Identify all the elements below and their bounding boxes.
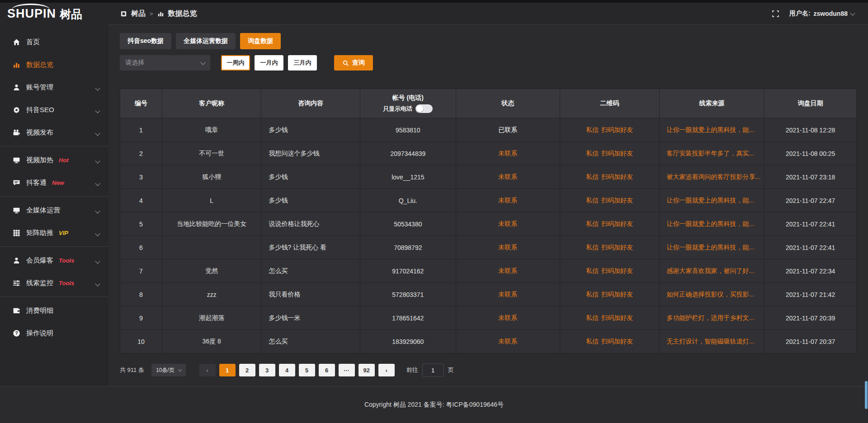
range-button-2[interactable]: 三月内 xyxy=(288,55,317,70)
cell-source: 感谢大家喜欢我家，被问了好... xyxy=(660,259,764,282)
footer: Copyright 树品 2021 备案号: 粤ICP备09019646号 xyxy=(0,386,868,423)
chevron-down-icon xyxy=(178,367,181,371)
page-button-1[interactable]: 1 xyxy=(219,364,236,376)
page-button-3[interactable]: 3 xyxy=(259,364,275,376)
user-menu[interactable]: 用户名: zswodun88 xyxy=(789,9,854,18)
phone-only-toggle[interactable] xyxy=(415,104,433,113)
page-size-select[interactable]: 10条/页 xyxy=(151,364,186,376)
column-header-date: 询盘日期 xyxy=(764,89,856,118)
sidebar-item-douyin-seo[interactable]: 抖音SEO xyxy=(0,99,108,121)
breadcrumb: 树品 > 数据总览 xyxy=(120,9,197,19)
source-link[interactable]: 无主灯设计，智能磁吸轨道灯... xyxy=(667,338,755,346)
page-button-92[interactable]: 92 xyxy=(359,364,375,376)
source-link[interactable]: 多功能护栏灯，适用于乡村文... xyxy=(667,314,755,322)
breadcrumb-root[interactable]: 树品 xyxy=(131,9,146,19)
sidebar-item-lead-monitor[interactable]: 线索监控Tools xyxy=(0,272,108,294)
sidebar-item-media-operation[interactable]: 全媒体运营 xyxy=(0,199,108,221)
chevron-down-icon xyxy=(200,60,205,65)
qr-private-msg-link[interactable]: 私信 xyxy=(586,338,599,346)
filter-row: 请选择 一周内一月内三月内 查询 xyxy=(120,55,857,70)
column-header-source: 线索来源 xyxy=(660,89,764,118)
cell-nickname: L xyxy=(162,189,261,212)
source-link[interactable]: 让你一眼就爱上的黑科技，能... xyxy=(667,126,755,134)
source-link[interactable]: 让你一眼就爱上的黑科技，能... xyxy=(667,197,755,205)
next-page-button[interactable]: › xyxy=(378,364,395,376)
topbar: SHUPIN 树品 树品 > 数据总览 用户名: zswodun88 xyxy=(0,3,868,24)
qr-private-msg-link[interactable]: 私信 xyxy=(586,244,599,252)
qr-scan-add-friend-link[interactable]: 扫码加好友 xyxy=(601,338,633,346)
scrollbar-thumb[interactable] xyxy=(865,381,868,409)
fullscreen-icon[interactable] xyxy=(772,10,779,18)
page-ellipsis[interactable]: ··· xyxy=(339,364,355,376)
sidebar-item-operation-guide[interactable]: ?操作说明 xyxy=(0,322,108,344)
qr-scan-add-friend-link[interactable]: 扫码加好友 xyxy=(601,291,633,299)
source-link[interactable]: 如何正确选择投影仪，买投影... xyxy=(667,291,755,299)
cell-account: love__1215 xyxy=(360,165,456,188)
sidebar-item-member-baoke[interactable]: 会员爆客Tools xyxy=(0,249,108,272)
range-button-0[interactable]: 一周内 xyxy=(221,55,250,70)
chevron-down-icon xyxy=(96,106,99,114)
tab-media-operation-data[interactable]: 全媒体运营数据 xyxy=(176,33,236,49)
tab-inquiry-data[interactable]: 询盘数据 xyxy=(240,33,281,49)
sidebar-item-data-overview[interactable]: 数据总览 xyxy=(0,53,108,76)
cell-content: 多少钱 xyxy=(261,189,360,212)
sidebar-item-video-publish[interactable]: 视频发布 xyxy=(0,121,108,144)
source-link[interactable]: 让你一眼就爱上的黑科技，能... xyxy=(667,244,755,252)
source-link[interactable]: 客厅安装投影半年多了，真实... xyxy=(667,150,755,158)
sidebar-badge: VIP xyxy=(59,230,68,236)
qr-scan-add-friend-link[interactable]: 扫码加好友 xyxy=(601,314,633,322)
cell-account: 9583810 xyxy=(360,118,456,141)
column-header-id: 编号 xyxy=(120,89,162,118)
cell-source: 让你一眼就爱上的黑科技，能... xyxy=(660,118,764,141)
chevron-down-icon xyxy=(96,229,99,237)
search-button[interactable]: 查询 xyxy=(334,55,373,70)
sidebar-item-account-management[interactable]: 账号管理 xyxy=(0,76,108,99)
qr-scan-add-friend-link[interactable]: 扫码加好友 xyxy=(601,244,633,252)
source-link[interactable]: 感谢大家喜欢我家，被问了好... xyxy=(667,267,755,275)
logo-arc xyxy=(12,4,50,9)
qr-scan-add-friend-link[interactable]: 扫码加好友 xyxy=(601,220,633,228)
account-select[interactable]: 请选择 xyxy=(120,55,210,70)
qr-private-msg-link[interactable]: 私信 xyxy=(586,220,599,228)
phone-only-row: 只显示电话 xyxy=(383,104,433,113)
page-button-5[interactable]: 5 xyxy=(299,364,315,376)
qr-scan-add-friend-link[interactable]: 扫码加好友 xyxy=(601,197,633,205)
range-button-1[interactable]: 一月内 xyxy=(255,55,283,70)
qr-private-msg-link[interactable]: 私信 xyxy=(586,197,599,205)
qr-private-msg-link[interactable]: 私信 xyxy=(586,126,599,134)
qr-private-msg-link[interactable]: 私信 xyxy=(586,173,599,181)
page-button-4[interactable]: 4 xyxy=(279,364,295,376)
sidebar-item-matrix-boost[interactable]: 矩阵助推VIP xyxy=(0,221,108,244)
bar-chart-icon xyxy=(157,10,164,17)
qr-scan-add-friend-link[interactable]: 扫码加好友 xyxy=(601,126,633,134)
page-button-2[interactable]: 2 xyxy=(239,364,255,376)
chart-icon xyxy=(13,61,20,69)
chevron-down-icon xyxy=(96,179,99,187)
logo[interactable]: SHUPIN 树品 xyxy=(0,8,108,20)
qr-private-msg-link[interactable]: 私信 xyxy=(586,267,599,275)
cell-source: 让你一眼就爱上的黑科技，能... xyxy=(660,236,764,259)
qr-private-msg-link[interactable]: 私信 xyxy=(586,150,599,158)
cell-date: 2021-11-07 20:39 xyxy=(764,306,856,329)
sidebar-item-douketong[interactable]: 抖客通New xyxy=(0,171,108,194)
cell-content: 多少钱 xyxy=(261,118,360,141)
qr-scan-add-friend-link[interactable]: 扫码加好友 xyxy=(601,150,633,158)
goto-page-input[interactable] xyxy=(422,363,444,377)
tab-douyin-seo-data[interactable]: 抖音seo数据 xyxy=(120,33,171,49)
qr-private-msg-link[interactable]: 私信 xyxy=(586,291,599,299)
qr-private-msg-link[interactable]: 私信 xyxy=(586,314,599,322)
page-button-6[interactable]: 6 xyxy=(319,364,335,376)
sidebar-item-consumption-detail[interactable]: 消费明细 xyxy=(0,299,108,322)
cell-account: 917024162 xyxy=(360,259,456,282)
sidebar-item-home[interactable]: 首页 xyxy=(0,31,108,53)
cell-content: 怎么买 xyxy=(261,330,360,353)
qr-scan-add-friend-link[interactable]: 扫码加好友 xyxy=(601,267,633,275)
prev-page-button[interactable]: ‹ xyxy=(199,364,216,376)
chevron-down-icon xyxy=(96,156,99,164)
qr-scan-add-friend-link[interactable]: 扫码加好友 xyxy=(601,173,633,181)
source-link[interactable]: 被大家追着询问的客厅投影分享... xyxy=(667,173,761,181)
sidebar-item-video-heat[interactable]: 视频加热Hot xyxy=(0,149,108,171)
cell-qrcode: 私信扫码加好友 xyxy=(560,212,659,235)
chevron-down-icon xyxy=(850,10,855,15)
source-link[interactable]: 让你一眼就爱上的黑科技，能... xyxy=(667,220,755,228)
